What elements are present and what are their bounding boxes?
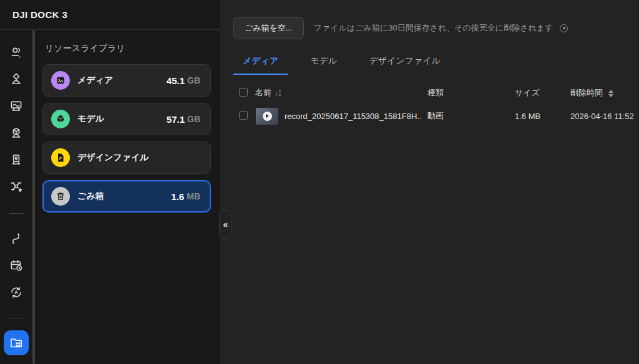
sidebar-item-label: メディア bbox=[77, 75, 167, 86]
column-header-size[interactable]: サイズ bbox=[515, 87, 570, 98]
trash-icon bbox=[51, 187, 70, 206]
drone-security-icon[interactable] bbox=[9, 180, 24, 194]
sidebar-item-label: デザインファイル bbox=[77, 152, 198, 163]
auto-task-icon[interactable]: A bbox=[9, 285, 24, 300]
task-schedule-icon[interactable] bbox=[9, 258, 24, 273]
flight-route-icon[interactable] bbox=[9, 231, 24, 246]
play-icon bbox=[263, 112, 272, 121]
retention-notice: ファイルはごみ箱に30日間保存され、その後完全に削除されます bbox=[314, 22, 554, 34]
nav-rail: A bbox=[0, 30, 32, 364]
sidebar-item-label: ごみ箱 bbox=[77, 191, 171, 202]
empty-trash-button[interactable]: ごみ箱を空... bbox=[233, 17, 304, 39]
tab-media[interactable]: メディア bbox=[233, 50, 288, 75]
item-size-unit: GB bbox=[187, 114, 200, 124]
sidebar-item-label: モデル bbox=[77, 113, 167, 125]
chevron-double-left-icon: « bbox=[223, 219, 228, 229]
file-size: 1.6 MB bbox=[515, 112, 570, 121]
resource-sidebar: リソースライブラリ メディア 45.1 GB bbox=[35, 30, 220, 364]
model-3d-icon[interactable] bbox=[9, 126, 24, 141]
sort-updown-icon[interactable] bbox=[608, 90, 613, 97]
trash-table: 名前 ↓ZA 種類 サイズ 削除時間 record_20250617_11530… bbox=[233, 83, 639, 129]
rail-divider bbox=[9, 318, 23, 319]
column-header-name[interactable]: 名前 bbox=[255, 87, 271, 98]
sidebar-collapse-button[interactable]: « bbox=[219, 210, 232, 239]
table-header: 名前 ↓ZA 種類 サイズ 削除時間 bbox=[233, 83, 639, 103]
video-thumbnail[interactable] bbox=[256, 108, 278, 125]
survey-marker-icon[interactable] bbox=[9, 72, 24, 87]
file-name: record_20250617_115308_1581F8H.. bbox=[285, 112, 422, 121]
svg-text:A: A bbox=[14, 290, 18, 295]
design-file-icon bbox=[51, 148, 70, 167]
item-size-unit: MB bbox=[187, 191, 200, 201]
file-deleted-at: 2026-04-16 11:52 bbox=[570, 112, 639, 121]
sidebar-item-trash[interactable]: ごみ箱 1.6 MB bbox=[42, 180, 211, 213]
report-station-icon[interactable] bbox=[9, 153, 24, 168]
select-all-checkbox[interactable] bbox=[239, 88, 248, 97]
item-size-value: 1.6 bbox=[171, 191, 184, 202]
app-title: DJI DOCK 3 bbox=[12, 9, 67, 20]
tab-model[interactable]: モデル bbox=[301, 50, 346, 75]
sidebar-item-model[interactable]: モデル 57.1 GB bbox=[42, 103, 211, 135]
resource-library-icon[interactable] bbox=[4, 330, 29, 355]
media-icon bbox=[51, 71, 70, 90]
trash-toolbar: ごみ箱を空... ファイルはごみ箱に30日間保存され、その後完全に削除されます bbox=[233, 17, 639, 39]
item-size-value: 57.1 bbox=[167, 114, 185, 125]
sidebar-item-design-files[interactable]: デザインファイル bbox=[42, 141, 211, 174]
column-header-deleted-at[interactable]: 削除時間 bbox=[570, 88, 603, 97]
model-icon bbox=[51, 110, 70, 128]
sort-alphabetical-icon[interactable]: ↓ZA bbox=[275, 89, 281, 97]
rail-divider bbox=[9, 213, 23, 214]
media-display-icon[interactable] bbox=[9, 99, 24, 114]
left-panel: DJI DOCK 3 bbox=[0, 0, 220, 364]
info-icon[interactable] bbox=[560, 24, 568, 32]
row-checkbox[interactable] bbox=[239, 111, 248, 120]
member-stream-icon[interactable] bbox=[9, 46, 24, 60]
table-row[interactable]: record_20250617_115308_1581F8H.. 動画 1.6 … bbox=[233, 103, 639, 129]
column-header-type[interactable]: 種類 bbox=[427, 87, 515, 98]
file-type: 動画 bbox=[427, 110, 515, 122]
main-content: ごみ箱を空... ファイルはごみ箱に30日間保存され、その後完全に削除されます … bbox=[220, 0, 639, 364]
item-size-unit: GB bbox=[187, 75, 200, 85]
item-size-value: 45.1 bbox=[167, 75, 185, 86]
tab-design-files[interactable]: デザインファイル bbox=[359, 50, 450, 75]
category-tabs: メディア モデル デザインファイル bbox=[233, 50, 639, 75]
app-window: DJI DOCK 3 bbox=[0, 0, 639, 364]
sidebar-item-media[interactable]: メディア 45.1 GB bbox=[42, 64, 211, 97]
top-bar: DJI DOCK 3 bbox=[0, 0, 220, 30]
sidebar-title: リソースライブラリ bbox=[45, 43, 211, 54]
left-body: A リソースライブラリ bbox=[0, 30, 220, 364]
